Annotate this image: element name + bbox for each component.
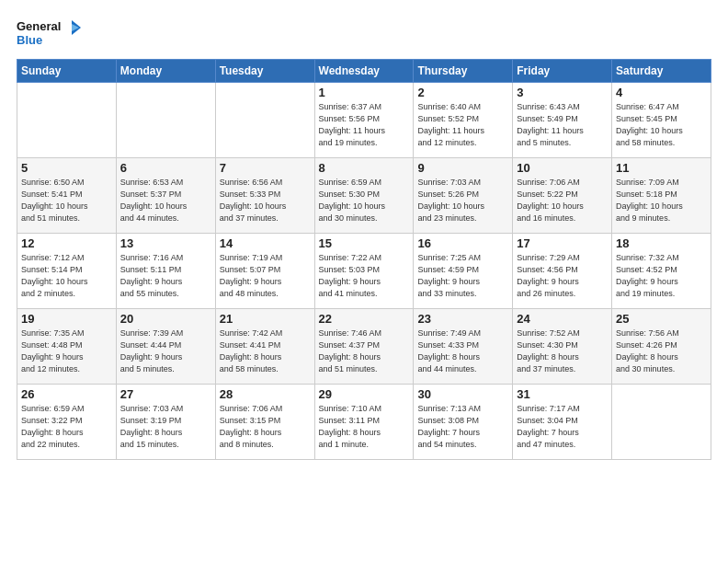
day-number: 26	[21, 387, 112, 401]
calendar-cell: 15Sunrise: 7:22 AM Sunset: 5:03 PM Dayli…	[314, 234, 414, 309]
day-info: Sunrise: 6:56 AM Sunset: 5:33 PM Dayligh…	[220, 177, 311, 224]
day-number: 10	[517, 161, 608, 175]
weekday-header-monday: Monday	[116, 60, 215, 83]
day-info: Sunrise: 7:35 AM Sunset: 4:48 PM Dayligh…	[21, 327, 112, 375]
day-info: Sunrise: 6:37 AM Sunset: 5:56 PM Dayligh…	[319, 101, 410, 149]
calendar-cell: 2Sunrise: 6:40 AM Sunset: 5:52 PM Daylig…	[414, 83, 513, 158]
day-number: 17	[517, 236, 608, 250]
day-info: Sunrise: 7:19 AM Sunset: 5:07 PM Dayligh…	[220, 252, 311, 300]
day-number: 27	[120, 387, 211, 401]
day-info: Sunrise: 7:42 AM Sunset: 4:41 PM Dayligh…	[220, 327, 311, 375]
calendar-cell: 8Sunrise: 6:59 AM Sunset: 5:30 PM Daylig…	[314, 158, 414, 234]
day-info: Sunrise: 7:49 AM Sunset: 4:33 PM Dayligh…	[417, 327, 508, 375]
day-info: Sunrise: 6:59 AM Sunset: 3:22 PM Dayligh…	[21, 403, 112, 451]
day-info: Sunrise: 7:03 AM Sunset: 3:19 PM Dayligh…	[120, 403, 211, 451]
week-row-1: 1Sunrise: 6:37 AM Sunset: 5:56 PM Daylig…	[17, 83, 711, 158]
day-number: 7	[220, 161, 311, 175]
week-row-5: 26Sunrise: 6:59 AM Sunset: 3:22 PM Dayli…	[17, 385, 711, 460]
day-number: 25	[616, 312, 707, 326]
day-number: 18	[616, 236, 707, 250]
day-number: 19	[21, 312, 112, 326]
calendar-cell: 22Sunrise: 7:46 AM Sunset: 4:37 PM Dayli…	[314, 309, 414, 385]
day-number: 2	[417, 86, 508, 99]
day-number: 12	[21, 236, 112, 250]
svg-text:Blue: Blue	[17, 33, 42, 47]
day-info: Sunrise: 6:53 AM Sunset: 5:37 PM Dayligh…	[120, 177, 211, 224]
day-info: Sunrise: 6:50 AM Sunset: 5:41 PM Dayligh…	[21, 177, 112, 224]
day-info: Sunrise: 7:32 AM Sunset: 4:52 PM Dayligh…	[616, 252, 707, 300]
calendar-cell: 26Sunrise: 6:59 AM Sunset: 3:22 PM Dayli…	[17, 385, 117, 460]
day-info: Sunrise: 7:39 AM Sunset: 4:44 PM Dayligh…	[120, 327, 211, 375]
day-number: 4	[616, 86, 707, 99]
calendar-cell: 1Sunrise: 6:37 AM Sunset: 5:56 PM Daylig…	[314, 83, 414, 158]
day-info: Sunrise: 7:13 AM Sunset: 3:08 PM Dayligh…	[417, 403, 508, 451]
day-number: 11	[616, 161, 707, 175]
day-number: 6	[120, 161, 211, 175]
weekday-header-thursday: Thursday	[414, 60, 513, 83]
calendar-cell: 27Sunrise: 7:03 AM Sunset: 3:19 PM Dayli…	[116, 385, 215, 460]
day-info: Sunrise: 7:03 AM Sunset: 5:26 PM Dayligh…	[417, 177, 508, 224]
day-number: 20	[120, 312, 211, 326]
calendar-cell	[215, 83, 314, 158]
weekday-header-row: SundayMondayTuesdayWednesdayThursdayFrid…	[17, 60, 711, 83]
calendar-cell: 4Sunrise: 6:47 AM Sunset: 5:45 PM Daylig…	[612, 83, 711, 158]
day-number: 21	[220, 312, 311, 326]
week-row-4: 19Sunrise: 7:35 AM Sunset: 4:48 PM Dayli…	[17, 309, 711, 385]
day-info: Sunrise: 7:09 AM Sunset: 5:18 PM Dayligh…	[616, 177, 707, 224]
weekday-header-sunday: Sunday	[17, 60, 117, 83]
day-number: 14	[220, 236, 311, 250]
day-number: 8	[319, 161, 410, 175]
calendar-cell: 28Sunrise: 7:06 AM Sunset: 3:15 PM Dayli…	[215, 385, 314, 460]
day-number: 29	[319, 387, 410, 401]
day-number: 22	[319, 312, 410, 326]
weekday-header-saturday: Saturday	[612, 60, 711, 83]
day-info: Sunrise: 7:46 AM Sunset: 4:37 PM Dayligh…	[319, 327, 410, 375]
calendar-table: SundayMondayTuesdayWednesdayThursdayFrid…	[17, 59, 711, 460]
calendar-cell: 31Sunrise: 7:17 AM Sunset: 3:04 PM Dayli…	[513, 385, 612, 460]
day-info: Sunrise: 7:06 AM Sunset: 3:15 PM Dayligh…	[220, 403, 311, 451]
day-info: Sunrise: 7:22 AM Sunset: 5:03 PM Dayligh…	[319, 252, 410, 300]
day-info: Sunrise: 7:52 AM Sunset: 4:30 PM Dayligh…	[517, 327, 608, 375]
day-number: 24	[517, 312, 608, 326]
calendar-cell: 19Sunrise: 7:35 AM Sunset: 4:48 PM Dayli…	[17, 309, 117, 385]
calendar-cell: 29Sunrise: 7:10 AM Sunset: 3:11 PM Dayli…	[314, 385, 414, 460]
weekday-header-wednesday: Wednesday	[314, 60, 414, 83]
day-number: 16	[417, 236, 508, 250]
week-row-2: 5Sunrise: 6:50 AM Sunset: 5:41 PM Daylig…	[17, 158, 711, 234]
day-number: 31	[517, 387, 608, 401]
calendar-cell: 10Sunrise: 7:06 AM Sunset: 5:22 PM Dayli…	[513, 158, 612, 234]
logo: General Blue	[17, 17, 81, 50]
calendar-cell: 16Sunrise: 7:25 AM Sunset: 4:59 PM Dayli…	[414, 234, 513, 309]
calendar-cell	[116, 83, 215, 158]
calendar-cell: 6Sunrise: 6:53 AM Sunset: 5:37 PM Daylig…	[116, 158, 215, 234]
calendar-cell: 24Sunrise: 7:52 AM Sunset: 4:30 PM Dayli…	[513, 309, 612, 385]
day-number: 1	[319, 86, 410, 99]
day-info: Sunrise: 7:56 AM Sunset: 4:26 PM Dayligh…	[616, 327, 707, 375]
week-row-3: 12Sunrise: 7:12 AM Sunset: 5:14 PM Dayli…	[17, 234, 711, 309]
day-number: 5	[21, 161, 112, 175]
day-info: Sunrise: 7:16 AM Sunset: 5:11 PM Dayligh…	[120, 252, 211, 300]
day-info: Sunrise: 7:25 AM Sunset: 4:59 PM Dayligh…	[417, 252, 508, 300]
calendar-cell: 13Sunrise: 7:16 AM Sunset: 5:11 PM Dayli…	[116, 234, 215, 309]
calendar-cell: 23Sunrise: 7:49 AM Sunset: 4:33 PM Dayli…	[414, 309, 513, 385]
day-info: Sunrise: 7:12 AM Sunset: 5:14 PM Dayligh…	[21, 252, 112, 300]
calendar-cell: 11Sunrise: 7:09 AM Sunset: 5:18 PM Dayli…	[612, 158, 711, 234]
day-number: 23	[417, 312, 508, 326]
calendar-cell: 18Sunrise: 7:32 AM Sunset: 4:52 PM Dayli…	[612, 234, 711, 309]
day-number: 3	[517, 86, 608, 99]
calendar-cell	[612, 385, 711, 460]
logo-svg: General Blue	[17, 17, 81, 50]
page: General Blue SundayMondayTuesdayWednesda…	[0, 0, 728, 563]
calendar-cell: 9Sunrise: 7:03 AM Sunset: 5:26 PM Daylig…	[414, 158, 513, 234]
day-info: Sunrise: 7:10 AM Sunset: 3:11 PM Dayligh…	[319, 403, 410, 451]
calendar-cell	[17, 83, 117, 158]
day-info: Sunrise: 6:59 AM Sunset: 5:30 PM Dayligh…	[319, 177, 410, 224]
day-info: Sunrise: 7:29 AM Sunset: 4:56 PM Dayligh…	[517, 252, 608, 300]
day-info: Sunrise: 6:47 AM Sunset: 5:45 PM Dayligh…	[616, 101, 707, 149]
day-number: 13	[120, 236, 211, 250]
day-info: Sunrise: 7:17 AM Sunset: 3:04 PM Dayligh…	[517, 403, 608, 451]
day-info: Sunrise: 7:06 AM Sunset: 5:22 PM Dayligh…	[517, 177, 608, 224]
day-number: 15	[319, 236, 410, 250]
calendar-cell: 17Sunrise: 7:29 AM Sunset: 4:56 PM Dayli…	[513, 234, 612, 309]
calendar-cell: 3Sunrise: 6:43 AM Sunset: 5:49 PM Daylig…	[513, 83, 612, 158]
